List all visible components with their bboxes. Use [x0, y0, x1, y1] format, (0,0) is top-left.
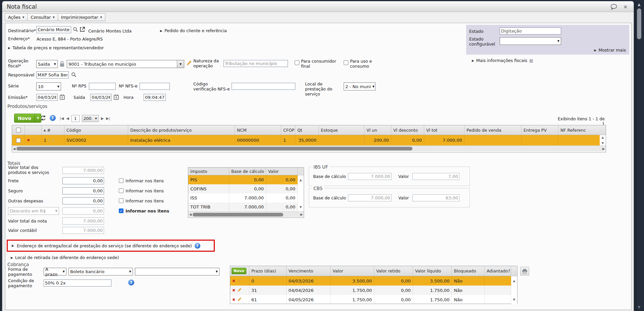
help-icon[interactable]: ?: [195, 243, 200, 249]
col-valor[interactable]: Valor: [266, 168, 298, 175]
col-base-calculo[interactable]: Base de cálculo: [229, 168, 266, 175]
produtos-hscrollbar[interactable]: ◀ ▶: [12, 145, 606, 151]
valor-contabil-input[interactable]: [62, 227, 104, 234]
first-page-icon[interactable]: |◀: [60, 116, 64, 121]
close-icon[interactable]: ✕: [623, 4, 628, 10]
pencil-icon[interactable]: [187, 60, 192, 67]
forma-pagamento-prazo-select[interactable]: A prazo ▼: [44, 268, 66, 275]
refresh-icon[interactable]: [40, 115, 46, 121]
scroll-down-icon[interactable]: ▼: [300, 205, 302, 209]
ibs-valor-input[interactable]: [412, 173, 459, 180]
search-icon[interactable]: [71, 72, 77, 77]
scroll-up-icon[interactable]: ▲: [602, 136, 604, 139]
local-retirada-link[interactable]: ▶ Local de retirada (se diferente do end…: [11, 255, 119, 260]
informar-desconto-checkbox[interactable]: ✓: [119, 208, 123, 213]
page-scrollbar[interactable]: ▲ ▼: [635, 0, 644, 311]
combo-dropdown-icon[interactable]: ▼: [177, 60, 184, 68]
mostrar-mais-link[interactable]: ▶ Mostrar mais: [594, 48, 626, 53]
emissao-input[interactable]: [36, 94, 58, 101]
edit-row-icon[interactable]: [238, 288, 241, 293]
estado-configuravel-select[interactable]: ▼: [500, 37, 561, 45]
scroll-left-icon[interactable]: ◀: [12, 147, 16, 150]
tabela-precos-link[interactable]: ▶ Tabela de preços e representante/vende…: [8, 45, 104, 50]
menu-acoes[interactable]: Ações ▼: [5, 13, 28, 21]
edit-row-icon[interactable]: [238, 297, 241, 302]
cod-verificacao-input[interactable]: [232, 83, 295, 90]
impostos-hscrollbar[interactable]: ◀ ▶: [188, 211, 304, 217]
operacao-tipo-select[interactable]: Saída ▼: [36, 60, 58, 68]
desconto-input[interactable]: [62, 207, 104, 214]
col-entrega-pv[interactable]: Entrega PV: [522, 125, 558, 135]
scroll-down-icon[interactable]: ▼: [602, 141, 604, 145]
scroll-down-icon[interactable]: ▼: [513, 298, 515, 301]
cbs-base-input[interactable]: [348, 194, 392, 201]
imposto-row-cofins[interactable]: COFINS 0,00 0,00: [188, 184, 304, 193]
move-down-icon[interactable]: ∨: [52, 139, 54, 142]
frete-input[interactable]: [62, 177, 104, 184]
delete-row-icon[interactable]: ✖: [232, 288, 235, 293]
informar-frete-checkbox[interactable]: [119, 178, 123, 183]
nfse-input[interactable]: [140, 83, 170, 90]
col-ncm[interactable]: NCM: [235, 125, 281, 135]
col-qt[interactable]: Qt: [295, 125, 319, 135]
page-size-select[interactable]: 200 ▼: [82, 115, 99, 122]
forma-pagamento-tipo-select[interactable]: Boleto bancário ▼: [68, 268, 133, 275]
scroll-up-icon[interactable]: ▲: [300, 178, 302, 182]
col-estoque[interactable]: Estoque: [319, 125, 364, 135]
col-vencimento[interactable]: Vencimento: [287, 266, 331, 276]
col-imposto[interactable]: Imposto: [188, 168, 229, 175]
para-uso-consumo-checkbox[interactable]: [344, 60, 348, 65]
help-icon[interactable]: ?: [50, 115, 56, 121]
col-valor[interactable]: Valor: [331, 266, 374, 276]
parcela-row[interactable]: ✖ 0 04/03/2026 3.500,00 0,00 3.500,00 Nã…: [230, 276, 517, 286]
scroll-up-icon[interactable]: ▲: [513, 279, 515, 283]
imposto-row-pis[interactable]: PIS 0,00 0,00 ▲: [188, 175, 304, 184]
parcela-row[interactable]: ✖ 61 04/05/2026 1.750,00 0,00 1.750,00 N…: [230, 295, 517, 304]
scroll-right-icon[interactable]: ▶: [299, 213, 304, 216]
col-codigo[interactable]: Código: [64, 125, 128, 135]
serie-select[interactable]: 10 ▼: [36, 82, 61, 90]
responsavel-input[interactable]: [36, 71, 69, 78]
imposto-row-tot-trib[interactable]: TOT TRIB 7.000,00 0,00 ▼: [188, 202, 304, 211]
page-number-input[interactable]: 1: [71, 115, 80, 122]
novo-produto-button[interactable]: Novo ▼: [14, 114, 41, 123]
estado-input[interactable]: [500, 27, 561, 35]
calendar-icon[interactable]: 8: [114, 94, 119, 100]
novo-parcela-button[interactable]: Novo: [232, 268, 246, 274]
ibs-base-input[interactable]: [348, 173, 392, 180]
col-vl-un[interactable]: Vl un: [364, 125, 391, 135]
hora-input[interactable]: [144, 94, 166, 101]
calendar-icon[interactable]: 8: [60, 94, 65, 100]
total-produtos-input[interactable]: [62, 167, 104, 174]
search-icon[interactable]: [73, 27, 78, 32]
external-link-icon[interactable]: [80, 26, 85, 32]
move-up-icon[interactable]: ∧: [48, 139, 50, 142]
natureza-operacao-input[interactable]: [224, 60, 288, 67]
produto-row[interactable]: ✖ 1 ∧ ∨ SVC0002 Instalação elétrica 0000…: [12, 135, 606, 145]
forma-pagamento-extra-select[interactable]: ▼: [135, 268, 219, 275]
outras-despesas-input[interactable]: [62, 197, 104, 204]
col-descricao[interactable]: Descrição do produto/serviço: [128, 125, 235, 135]
operacao-codigo-combo[interactable]: 9001 - Tributação no município ▼: [67, 60, 184, 68]
delete-row-icon[interactable]: ✖: [27, 138, 30, 142]
delete-row-icon[interactable]: ✖: [232, 298, 235, 302]
mais-informacoes-fiscais-link[interactable]: ▶ Mais informações fiscais ▤: [472, 58, 533, 63]
menu-imprimir-exportar[interactable]: Imprimir/exportar ▼: [58, 13, 105, 21]
page-scroll-down-icon[interactable]: ▼: [638, 305, 640, 309]
col-cfop[interactable]: CFOP: [281, 125, 295, 135]
print-parcelas-button[interactable]: [520, 267, 529, 275]
help-icon[interactable]: ?: [128, 279, 134, 286]
col-vl-desconto[interactable]: Vl desconto: [391, 125, 424, 135]
seguro-input[interactable]: [62, 187, 104, 194]
informar-seguro-checkbox[interactable]: [119, 188, 123, 193]
col-valor-retido[interactable]: Valor retido: [374, 266, 413, 276]
saida-input[interactable]: [90, 94, 112, 101]
cbs-valor-input[interactable]: [412, 194, 459, 201]
select-all-checkbox[interactable]: [16, 128, 21, 132]
edit-row-icon[interactable]: [32, 138, 36, 143]
row-checkbox[interactable]: [16, 138, 21, 143]
total-nota-input[interactable]: [62, 217, 104, 225]
destinatario-input[interactable]: [36, 26, 71, 33]
endereco-entrega-link[interactable]: Endereço de entrega/local de prestação d…: [17, 243, 192, 248]
condicao-pagamento-input[interactable]: [44, 279, 111, 287]
